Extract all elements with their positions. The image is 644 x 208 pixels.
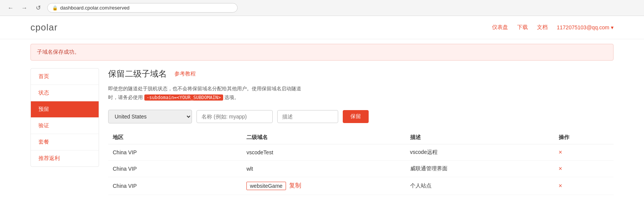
page-title: 保留二级子域名 (108, 68, 167, 80)
browser-chrome: ← → ↺ 🔒 dashboard.cpolar.com/reserved (0, 0, 644, 16)
inline-code: -subdomain=<YOUR_SUBDOMAIN> (144, 94, 223, 101)
region-cell: China VIP (108, 144, 242, 160)
dropdown-arrow-icon: ▾ (611, 24, 614, 30)
desc-cell: vscode远程 (406, 144, 554, 160)
nav-links: 仪表盘 下载 文档 1172075103@qq.com ▾ (492, 24, 614, 31)
reference-link[interactable]: 参考教程 (174, 70, 196, 77)
nav-docs[interactable]: 文档 (537, 24, 548, 31)
subdomain-cell: wlt (242, 160, 405, 177)
sidebar-item-verify[interactable]: 验证 (31, 118, 99, 134)
user-menu[interactable]: 1172075103@qq.com ▾ (557, 24, 614, 30)
desc-input[interactable] (277, 110, 338, 123)
reservation-form: United States 保留 (108, 110, 614, 123)
url-text: dashboard.cpolar.com/reserved (60, 5, 129, 11)
forward-button[interactable]: → (20, 3, 29, 13)
region-select[interactable]: United States (108, 110, 192, 123)
col-header-region: 地区 (108, 131, 242, 144)
action-cell: × (554, 177, 614, 195)
address-bar[interactable]: 🔒 dashboard.cpolar.com/reserved (47, 3, 238, 13)
page-content: 保留二级子域名 参考教程 即使您的隧道处于脱机状态，也不会将保留域名分配给其他用… (108, 68, 614, 195)
col-header-desc: 描述 (406, 131, 554, 144)
description-text-2: 时，请务必使用 (108, 94, 143, 100)
nav-dashboard[interactable]: 仪表盘 (492, 24, 508, 31)
main-content: 首页 状态 预留 验证 套餐 推荐返利 保留二级子域名 参考教程 即使您的隧道处… (30, 68, 614, 195)
region-cell: China VIP (108, 177, 242, 195)
region-cell: China VIP (108, 160, 242, 177)
desc-cell: 个人站点 (406, 177, 554, 195)
name-input[interactable] (197, 110, 273, 123)
sidebar-item-referral[interactable]: 推荐返利 (31, 150, 99, 166)
delete-button[interactable]: × (559, 182, 562, 189)
sidebar-item-status[interactable]: 状态 (31, 85, 99, 101)
reserved-domains-table: 地区 二级域名 描述 操作 China VIP vscodeTest vscod… (108, 131, 614, 195)
table-row: China VIP vscodeTest vscode远程 × (108, 144, 614, 160)
description-text-3: 选项。 (224, 94, 239, 100)
alert-banner: 子域名保存成功。 (30, 44, 614, 61)
sidebar: 首页 状态 预留 验证 套餐 推荐返利 (30, 68, 99, 167)
action-cell: × (554, 144, 614, 160)
page-description: 即使您的隧道处于脱机状态，也不会将保留域名分配给其他用户。使用保留域名启动隧道 … (108, 84, 614, 102)
delete-button[interactable]: × (559, 165, 562, 172)
highlighted-subdomain: websiteGame (246, 182, 286, 190)
save-button[interactable]: 保留 (343, 110, 369, 123)
copy-button[interactable]: 复制 (289, 182, 301, 190)
subdomain-cell: vscodeTest (242, 144, 405, 160)
subdomain-cell-highlighted: websiteGame 复制 (242, 177, 405, 195)
sidebar-item-home[interactable]: 首页 (31, 69, 99, 85)
title-row: 保留二级子域名 参考教程 (108, 68, 614, 80)
back-button[interactable]: ← (6, 3, 15, 13)
desc-cell: 威联通管理界面 (406, 160, 554, 177)
table-row: China VIP wlt 威联通管理界面 × (108, 160, 614, 177)
refresh-button[interactable]: ↺ (34, 3, 43, 13)
sidebar-item-reserved[interactable]: 预留 (31, 101, 99, 118)
nav-download[interactable]: 下载 (517, 24, 528, 31)
lock-icon: 🔒 (52, 5, 58, 11)
logo: cpolar (30, 22, 58, 33)
delete-button[interactable]: × (559, 149, 562, 156)
col-header-subdomain: 二级域名 (242, 131, 405, 144)
description-text-1: 即使您的隧道处于脱机状态，也不会将保留域名分配给其他用户。使用保留域名启动隧道 (108, 86, 301, 91)
alert-message: 子域名保存成功。 (37, 49, 80, 55)
col-header-action: 操作 (554, 131, 614, 144)
user-email: 1172075103@qq.com (557, 24, 609, 30)
table-header-row: 地区 二级域名 描述 操作 (108, 131, 614, 144)
table-row: China VIP websiteGame 复制 个人站点 × (108, 177, 614, 195)
action-cell: × (554, 160, 614, 177)
sidebar-item-plans[interactable]: 套餐 (31, 134, 99, 150)
top-navigation: cpolar 仪表盘 下载 文档 1172075103@qq.com ▾ (0, 16, 644, 39)
